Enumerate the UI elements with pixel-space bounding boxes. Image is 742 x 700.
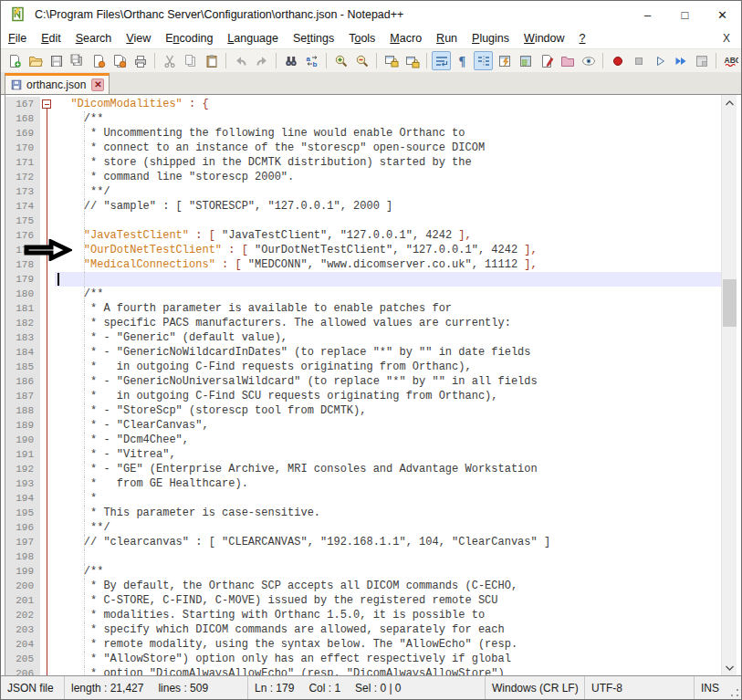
- close-doc-icon[interactable]: [89, 51, 108, 70]
- code-text[interactable]: * - "Vitrea",: [55, 447, 721, 462]
- status-lines: lines : 509: [158, 682, 208, 695]
- paste-icon[interactable]: [202, 51, 221, 70]
- code-text[interactable]: * This parameter is case-sensitive.: [55, 506, 721, 520]
- zoom-out-icon[interactable]: [352, 51, 371, 70]
- resize-grip[interactable]: [730, 688, 739, 697]
- code-text[interactable]: * Uncommenting the following line would …: [55, 126, 721, 141]
- fold-collapse-icon[interactable]: [42, 99, 51, 109]
- scrollbar-thumb[interactable]: [723, 279, 737, 327]
- code-text[interactable]: // "sample" : [ "STORESCP", "127.0.0.1",…: [55, 199, 721, 214]
- indent-guide: [84, 579, 85, 593]
- code-text[interactable]: * - "Generic" (default value),: [55, 330, 721, 345]
- code-text[interactable]: * specify which DICOM commands are allow…: [55, 622, 721, 637]
- menu-item-settings[interactable]: Settings: [286, 30, 341, 47]
- menu-item-run[interactable]: Run: [429, 30, 465, 47]
- code-text[interactable]: * command line "storescp 2000".: [55, 170, 721, 184]
- indent-guide: [84, 199, 85, 214]
- code-text[interactable]: * - "GenericNoUniversalWildcard" (to rep…: [55, 374, 721, 389]
- code-text[interactable]: * in outgoing C-Find SCU requests origin…: [55, 389, 721, 403]
- menu-item-plugins[interactable]: Plugins: [465, 30, 517, 47]
- print-icon[interactable]: [131, 51, 150, 70]
- menu-item-edit[interactable]: Edit: [34, 30, 68, 47]
- code-text[interactable]: [55, 549, 721, 564]
- find-icon[interactable]: [281, 51, 300, 70]
- menu-item-help[interactable]: ?: [572, 30, 593, 47]
- minimize-button[interactable]: –: [629, 1, 666, 28]
- code-text[interactable]: * store (shipped in the DCMTK distributi…: [55, 155, 721, 170]
- spell-check-icon[interactable]: ABC: [721, 51, 740, 70]
- word-wrap-icon[interactable]: [432, 51, 451, 70]
- show-all-chars-icon[interactable]: ¶: [453, 51, 472, 70]
- code-line-203: 203 * specify which DICOM commands are a…: [5, 622, 721, 637]
- tab-orthanc-json[interactable]: orthanc.json ✕: [5, 73, 110, 94]
- code-text[interactable]: * modalities. Starting with Orthanc 1.5.…: [55, 608, 721, 622]
- function-list-icon[interactable]: [495, 51, 514, 70]
- replace-icon[interactable]: ab: [302, 51, 321, 70]
- menu-item-macro[interactable]: Macro: [382, 30, 429, 47]
- code-text[interactable]: * - "ClearCanvas",: [55, 418, 721, 433]
- menu-item-window[interactable]: Window: [517, 30, 571, 47]
- macro-record-icon[interactable]: [608, 51, 627, 70]
- indent-guide: [84, 535, 85, 549]
- code-text[interactable]: * "AllowStore") option only has an effec…: [55, 652, 721, 666]
- code-text[interactable]: * specific PACS manufacturers. The allow…: [55, 316, 721, 330]
- code-text[interactable]: * - "GenericNoWildcardInDates" (to repla…: [55, 345, 721, 360]
- sync-vertical-icon[interactable]: [381, 51, 401, 70]
- code-text[interactable]: * option "DicomAlwaysAllowEcho" (resp. "…: [55, 666, 721, 675]
- scroll-up-icon[interactable]: [722, 95, 737, 110]
- scroll-down-icon[interactable]: [722, 660, 737, 675]
- menu-item-language[interactable]: Language: [220, 30, 286, 47]
- indent-guide: [84, 666, 85, 675]
- code-text[interactable]: * from GE Healthcare).: [55, 476, 721, 491]
- sync-horizontal-icon[interactable]: [402, 51, 422, 70]
- monitoring-icon[interactable]: [579, 51, 598, 70]
- doc-map-icon[interactable]: [516, 51, 535, 70]
- code-text[interactable]: * C-STORE, C-FIND, C-MOVE) issued by the…: [55, 593, 721, 608]
- maximize-button[interactable]: □: [666, 1, 704, 28]
- close-all-docs-icon[interactable]: [110, 51, 129, 70]
- zoom-in-icon[interactable]: [331, 51, 350, 70]
- code-text[interactable]: "JavaTestClient" : [ "JavaTestClient", "…: [55, 228, 721, 243]
- code-text[interactable]: /**: [55, 111, 721, 126]
- open-folder-icon[interactable]: [26, 51, 45, 70]
- code-text[interactable]: * A fourth parameter is available to ena…: [55, 301, 721, 316]
- code-text[interactable]: * - "StoreScp" (storescp tool from DCMTK…: [55, 403, 721, 418]
- code-editor[interactable]: 167 "DicomModalities" : {168 /**169 * Un…: [1, 95, 741, 675]
- new-file-icon[interactable]: [5, 51, 24, 70]
- doc-list-icon[interactable]: [537, 51, 556, 70]
- code-text[interactable]: **/: [55, 184, 721, 199]
- code-text[interactable]: "MedicalConnections" : [ "MEDCONN", "www…: [55, 257, 721, 272]
- menu-item-tools[interactable]: Tools: [341, 30, 382, 47]
- code-text[interactable]: // "clearcanvas" : [ "CLEARCANVAS", "192…: [55, 535, 721, 549]
- code-text[interactable]: * - "GE" (Enterprise Archive, MRI consol…: [55, 462, 721, 476]
- code-text[interactable]: /**: [55, 287, 721, 301]
- tab-close-icon[interactable]: ✕: [91, 78, 104, 91]
- code-text[interactable]: * - "Dcm4Chee",: [55, 433, 721, 447]
- macro-run-multi-icon[interactable]: [671, 51, 690, 70]
- menu-item-search[interactable]: Search: [68, 30, 120, 47]
- menu-item-view[interactable]: View: [119, 30, 158, 47]
- code-text[interactable]: * in outgoing C-Find requests originatin…: [55, 360, 721, 374]
- fold-margin: [40, 652, 55, 666]
- indent-guide-icon[interactable]: [474, 51, 493, 70]
- menu-item-encoding[interactable]: Encoding: [158, 30, 220, 47]
- code-text[interactable]: "OurDotNetTestClient" : [ "OurDotNetTest…: [55, 243, 721, 257]
- macro-play-icon[interactable]: [650, 51, 669, 70]
- folder-workspace-icon[interactable]: [558, 51, 577, 70]
- code-text[interactable]: /**: [55, 564, 721, 579]
- code-text[interactable]: * connect to an instance of the "storesc…: [55, 141, 721, 155]
- code-text[interactable]: [55, 272, 721, 287]
- code-text[interactable]: * By default, the Orthanc SCP accepts al…: [55, 579, 721, 593]
- code-line-174: 174 // "sample" : [ "STORESCP", "127.0.0…: [5, 199, 721, 214]
- menu-item-file[interactable]: File: [1, 30, 34, 47]
- title-bar: C:\Program Files\Orthanc Server\Configur…: [1, 1, 741, 28]
- close-button[interactable]: ✕: [704, 1, 741, 28]
- code-text[interactable]: * remote modality, using the syntax belo…: [55, 637, 721, 652]
- indent-guide: [84, 126, 85, 141]
- code-text[interactable]: "DicomModalities" : {: [55, 97, 721, 111]
- code-text[interactable]: *: [55, 491, 721, 506]
- code-text[interactable]: **/: [55, 520, 721, 535]
- code-text[interactable]: [55, 214, 721, 228]
- vertical-scrollbar[interactable]: [721, 95, 737, 675]
- menubar-close-doc-icon[interactable]: X: [712, 32, 741, 45]
